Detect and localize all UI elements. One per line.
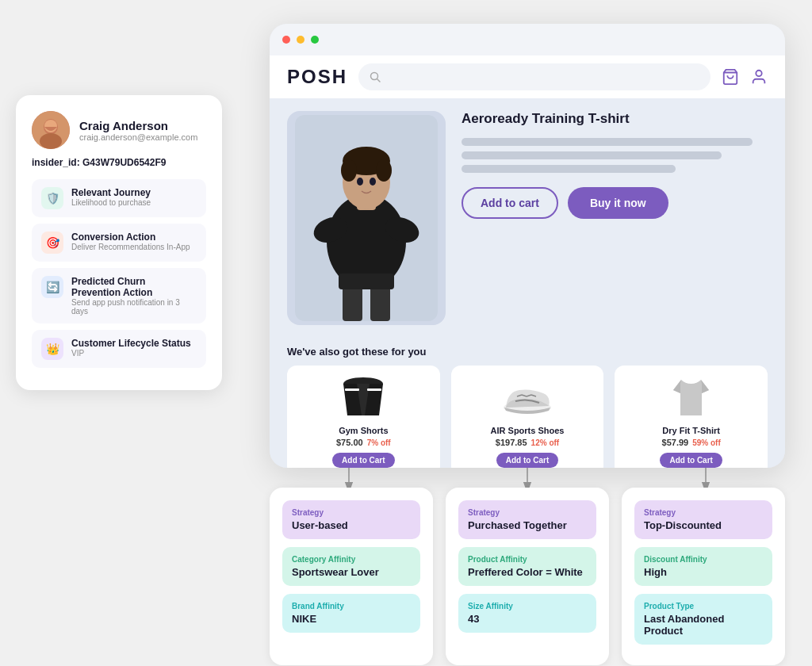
brand-affinity-value-1: NIKE bbox=[292, 613, 411, 625]
user-icon[interactable] bbox=[750, 68, 768, 86]
shoes-discount: 12% off bbox=[531, 438, 560, 447]
product-section: Aeroready Training T-shirt Add to cart B… bbox=[270, 98, 785, 338]
product-type-label-3: Product Type bbox=[644, 602, 763, 610]
shoes-cart-button[interactable]: Add to Cart bbox=[496, 453, 558, 468]
product-image bbox=[287, 111, 446, 325]
reco-item-tshirt: Dry Fit T-Shirt $57.99 59% off Add to Ca… bbox=[615, 366, 768, 468]
user-profile-card: Craig Anderson craig.anderson@example.co… bbox=[16, 95, 222, 390]
insider-id: insider_id: G43W79UD6542F9 bbox=[32, 157, 206, 168]
header-icons bbox=[722, 68, 768, 86]
gym-shorts-discount: 7% off bbox=[367, 438, 391, 447]
product-actions: Add to cart Buy it now bbox=[462, 187, 768, 219]
gym-shorts-price-row: $75.00 7% off bbox=[295, 438, 432, 447]
brand-affinity-label-1: Brand Affinity bbox=[292, 602, 411, 610]
discount-affinity-label-3: Discount Affinity bbox=[644, 555, 763, 564]
product-type-value-3: Last Abandoned Product bbox=[644, 613, 763, 637]
churn-sub: Send app push notification in 3 days bbox=[71, 298, 197, 316]
strategy-label-3: Strategy bbox=[644, 508, 763, 517]
svg-rect-24 bbox=[367, 388, 381, 391]
lifecycle-icon: 👑 bbox=[41, 338, 63, 360]
lifecycle-label: Customer Lifecycle Status bbox=[71, 338, 191, 349]
product-type-block-3: Product Type Last Abandoned Product bbox=[634, 594, 772, 645]
search-bar[interactable] bbox=[358, 63, 710, 90]
product-title: Aeroready Training T-shirt bbox=[462, 111, 768, 127]
product-affinity-block-2: Product Affinity Preffered Color = White bbox=[458, 547, 596, 586]
churn-item: 🔄 Predicted Churn Prevention Action Send… bbox=[32, 268, 206, 323]
journey-item: 🛡️ Relevant Journey Likelihood to purcha… bbox=[32, 179, 206, 217]
gym-shorts-price: $75.00 bbox=[336, 438, 363, 447]
recommendations-section: We've also got these for you Gym Shorts bbox=[270, 338, 785, 468]
desc-line-3 bbox=[462, 165, 676, 173]
user-card-header: Craig Anderson craig.anderson@example.co… bbox=[32, 111, 206, 149]
strategy-value-1: User-based bbox=[292, 519, 411, 531]
svg-point-7 bbox=[756, 71, 761, 76]
browser-bar bbox=[270, 24, 785, 56]
tshirt-price: $57.99 bbox=[662, 438, 689, 447]
product-affinity-label-2: Product Affinity bbox=[468, 555, 587, 564]
churn-label: Predicted Churn Prevention Action bbox=[71, 276, 197, 298]
gym-shorts-name: Gym Shorts bbox=[295, 426, 432, 435]
tshirt-cart-button[interactable]: Add to Cart bbox=[660, 453, 722, 468]
svg-point-15 bbox=[341, 159, 357, 182]
svg-rect-23 bbox=[345, 388, 359, 391]
conversion-label: Conversion Action bbox=[71, 232, 190, 243]
svg-point-2 bbox=[40, 133, 62, 149]
brand-affinity-block-1: Brand Affinity NIKE bbox=[282, 594, 420, 633]
product-description bbox=[462, 138, 768, 173]
shoes-price: $197.85 bbox=[496, 438, 527, 447]
churn-icon: 🔄 bbox=[41, 276, 63, 298]
close-dot bbox=[282, 36, 290, 44]
category-affinity-label-1: Category Affinity bbox=[292, 555, 411, 564]
category-affinity-value-1: Sportswear Lover bbox=[292, 566, 411, 578]
buy-it-now-button[interactable]: Buy it now bbox=[568, 187, 668, 219]
reco-title: We've also got these for you bbox=[287, 346, 768, 358]
lifecycle-item: 👑 Customer Lifecycle Status VIP bbox=[32, 330, 206, 368]
discount-affinity-value-3: High bbox=[644, 566, 763, 578]
minimize-dot bbox=[297, 36, 304, 44]
shop-header: POSH bbox=[270, 56, 785, 98]
svg-point-17 bbox=[357, 178, 363, 186]
lifecycle-sub: VIP bbox=[71, 349, 191, 358]
desc-line-2 bbox=[462, 151, 722, 159]
svg-line-5 bbox=[377, 79, 381, 82]
tshirt-price-row: $57.99 59% off bbox=[622, 438, 760, 447]
strategy-block-1: Strategy User-based bbox=[282, 500, 420, 539]
shoes-name: AIR Sports Shoes bbox=[459, 426, 596, 435]
reco-items: Gym Shorts $75.00 7% off Add to Cart bbox=[287, 366, 768, 468]
gym-shorts-image bbox=[335, 373, 391, 421]
desc-line-1 bbox=[462, 138, 753, 146]
tshirt-name: Dry Fit T-Shirt bbox=[622, 426, 760, 435]
reco-item-gym-shorts: Gym Shorts $75.00 7% off Add to Cart bbox=[287, 366, 440, 468]
browser-window: POSH bbox=[270, 24, 785, 468]
size-affinity-label-2: Size Affinity bbox=[468, 602, 587, 610]
journey-sub: Likelihood to purchase bbox=[71, 198, 151, 207]
reco-item-shoes: AIR Sports Shoes $197.85 12% off Add to … bbox=[451, 366, 604, 468]
gym-shorts-cart-button[interactable]: Add to Cart bbox=[332, 453, 394, 468]
search-icon bbox=[370, 71, 381, 82]
strategy-value-3: Top-Discounted bbox=[644, 519, 763, 531]
cart-icon[interactable] bbox=[722, 68, 739, 86]
discount-affinity-block-3: Discount Affinity High bbox=[634, 547, 772, 586]
user-name: Craig Anderson bbox=[79, 119, 197, 132]
product-details: Aeroready Training T-shirt Add to cart B… bbox=[462, 111, 768, 325]
shoes-price-row: $197.85 12% off bbox=[459, 438, 596, 447]
strategy-label-1: Strategy bbox=[292, 508, 411, 517]
conversion-icon: 🎯 bbox=[41, 232, 63, 254]
maximize-dot bbox=[311, 36, 319, 44]
tshirt-discount: 59% off bbox=[692, 438, 721, 447]
strategy-value-2: Purchased Together bbox=[468, 519, 587, 531]
product-affinity-value-2: Preffered Color = White bbox=[468, 566, 587, 578]
svg-point-18 bbox=[370, 178, 376, 186]
add-to-cart-button[interactable]: Add to cart bbox=[462, 187, 558, 219]
category-affinity-block-1: Category Affinity Sportswear Lover bbox=[282, 547, 420, 586]
size-affinity-block-2: Size Affinity 43 bbox=[458, 594, 596, 633]
strategy-block-2: Strategy Purchased Together bbox=[458, 500, 596, 539]
strategy-cards: Strategy User-based Category Affinity Sp… bbox=[270, 488, 785, 665]
size-affinity-value-2: 43 bbox=[468, 613, 587, 625]
strategy-label-2: Strategy bbox=[468, 508, 587, 517]
journey-icon: 🛡️ bbox=[41, 187, 63, 209]
tshirt-image bbox=[664, 373, 719, 421]
strategy-card-top-discounted: Strategy Top-Discounted Discount Affinit… bbox=[622, 488, 785, 665]
strategy-block-3: Strategy Top-Discounted bbox=[634, 500, 772, 539]
shop-logo: POSH bbox=[287, 66, 347, 88]
